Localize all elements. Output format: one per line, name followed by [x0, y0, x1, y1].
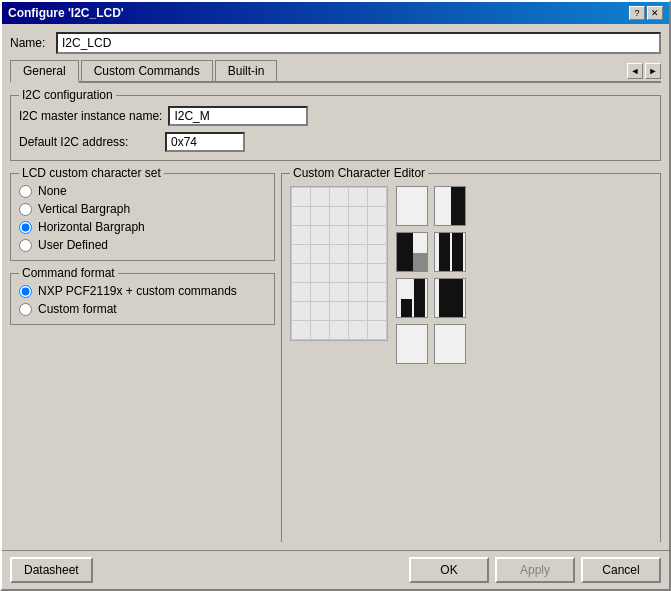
command-format-group: Command format NXP PCF2119x + custom com…	[10, 273, 275, 325]
pixel-cell[interactable]	[292, 245, 310, 263]
tab-custom-commands[interactable]: Custom Commands	[81, 60, 213, 81]
charset-vertical-label: Vertical Bargraph	[38, 202, 130, 216]
charset-user-radio[interactable]	[19, 239, 32, 252]
cancel-button[interactable]: Cancel	[581, 557, 661, 583]
lcd-charset-title: LCD custom character set	[19, 166, 164, 180]
charset-none-label: None	[38, 184, 67, 198]
title-bar-buttons: ? ✕	[629, 6, 663, 20]
pixel-cell[interactable]	[349, 245, 367, 263]
left-panel: LCD custom character set None Vertical B…	[10, 167, 275, 542]
pixel-cell[interactable]	[311, 264, 329, 282]
pixel-cell[interactable]	[349, 226, 367, 244]
char-previews	[396, 186, 466, 364]
format-nxp[interactable]: NXP PCF2119x + custom commands	[19, 284, 266, 298]
char-preview-4[interactable]	[434, 232, 466, 272]
name-label: Name:	[10, 36, 50, 50]
char-preview-6-svg	[435, 279, 466, 318]
pixel-cell[interactable]	[311, 207, 329, 225]
tab-built-in[interactable]: Built-in	[215, 60, 278, 81]
pixel-cell[interactable]	[368, 283, 386, 301]
pixel-cell[interactable]	[368, 245, 386, 263]
pixel-cell[interactable]	[292, 302, 310, 320]
master-instance-row: I2C master instance name:	[19, 106, 652, 126]
pixel-cell[interactable]	[292, 321, 310, 339]
char-editor-group: Custom Character Editor	[281, 173, 661, 542]
pixel-cell[interactable]	[330, 264, 348, 282]
svg-rect-8	[452, 233, 463, 272]
charset-vertical[interactable]: Vertical Bargraph	[19, 202, 266, 216]
pixel-cell[interactable]	[292, 226, 310, 244]
master-instance-input[interactable]	[168, 106, 308, 126]
char-preview-1[interactable]	[396, 186, 428, 226]
tab-general[interactable]: General	[10, 60, 79, 83]
pixel-cell[interactable]	[330, 283, 348, 301]
datasheet-button[interactable]: Datasheet	[10, 557, 93, 583]
i2c-address-input[interactable]	[165, 132, 245, 152]
format-custom[interactable]: Custom format	[19, 302, 266, 316]
right-panel: Custom Character Editor	[281, 167, 661, 542]
pixel-cell[interactable]	[349, 283, 367, 301]
ok-button[interactable]: OK	[409, 557, 489, 583]
charset-none-radio[interactable]	[19, 185, 32, 198]
pixel-cell[interactable]	[349, 321, 367, 339]
name-input[interactable]	[56, 32, 661, 54]
name-row: Name:	[10, 32, 661, 54]
i2c-config-group: I2C configuration I2C master instance na…	[10, 95, 661, 161]
tab-content: I2C configuration I2C master instance na…	[10, 89, 661, 542]
close-button[interactable]: ✕	[647, 6, 663, 20]
pixel-cell[interactable]	[292, 207, 310, 225]
pixel-cell[interactable]	[311, 321, 329, 339]
pixel-cell[interactable]	[368, 226, 386, 244]
pixel-cell[interactable]	[349, 188, 367, 206]
pixel-grid[interactable]	[290, 186, 388, 341]
svg-rect-11	[414, 279, 425, 318]
pixel-cell[interactable]	[311, 245, 329, 263]
char-preview-5[interactable]	[396, 278, 428, 318]
charset-horizontal[interactable]: Horizontal Bargraph	[19, 220, 266, 234]
pixel-cell[interactable]	[330, 207, 348, 225]
pixel-cell[interactable]	[311, 188, 329, 206]
char-preview-7[interactable]	[396, 324, 428, 364]
charset-none[interactable]: None	[19, 184, 266, 198]
pixel-cell[interactable]	[368, 188, 386, 206]
pixel-cell[interactable]	[292, 264, 310, 282]
pixel-cell[interactable]	[330, 188, 348, 206]
pixel-cell[interactable]	[368, 264, 386, 282]
pixel-cell[interactable]	[292, 188, 310, 206]
apply-button[interactable]: Apply	[495, 557, 575, 583]
tab-nav: ◄ ►	[627, 63, 661, 81]
bottom-buttons: OK Apply Cancel	[409, 557, 661, 583]
pixel-cell[interactable]	[330, 245, 348, 263]
pixel-cell[interactable]	[368, 321, 386, 339]
pixel-cell[interactable]	[330, 226, 348, 244]
pixel-cell[interactable]	[349, 207, 367, 225]
charset-vertical-radio[interactable]	[19, 203, 32, 216]
tab-prev-button[interactable]: ◄	[627, 63, 643, 79]
charset-user[interactable]: User Defined	[19, 238, 266, 252]
pixel-cell[interactable]	[349, 302, 367, 320]
format-nxp-radio[interactable]	[19, 285, 32, 298]
char-preview-2[interactable]	[434, 186, 466, 226]
pixel-cell[interactable]	[311, 226, 329, 244]
pixel-cell[interactable]	[349, 264, 367, 282]
help-button[interactable]: ?	[629, 6, 645, 20]
format-custom-radio[interactable]	[19, 303, 32, 316]
pixel-cell[interactable]	[368, 302, 386, 320]
pixel-cell[interactable]	[311, 283, 329, 301]
charset-horizontal-label: Horizontal Bargraph	[38, 220, 145, 234]
char-preview-8[interactable]	[434, 324, 466, 364]
window-content: Name: General Custom Commands Built-in ◄…	[2, 24, 669, 550]
pixel-cell[interactable]	[330, 302, 348, 320]
char-preview-6[interactable]	[434, 278, 466, 318]
svg-rect-7	[439, 233, 450, 272]
svg-rect-1	[451, 187, 466, 226]
format-nxp-label: NXP PCF2119x + custom commands	[38, 284, 237, 298]
pixel-cell[interactable]	[292, 283, 310, 301]
pixel-cell[interactable]	[330, 321, 348, 339]
char-preview-5-svg	[397, 279, 428, 318]
char-preview-3[interactable]	[396, 232, 428, 272]
pixel-cell[interactable]	[368, 207, 386, 225]
tab-next-button[interactable]: ►	[645, 63, 661, 79]
charset-horizontal-radio[interactable]	[19, 221, 32, 234]
pixel-cell[interactable]	[311, 302, 329, 320]
